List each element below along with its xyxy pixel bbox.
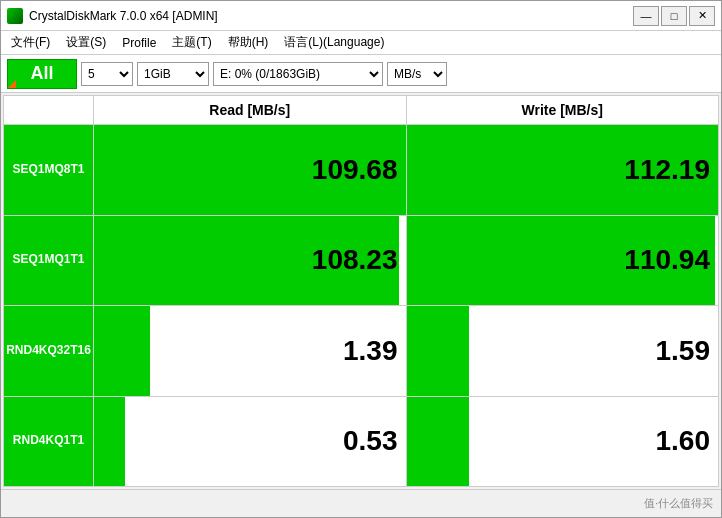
table-header: Read [MB/s] Write [MB/s] [4,96,718,125]
main-window: CrystalDiskMark 7.0.0 x64 [ADMIN] — □ ✕ … [0,0,722,518]
drive-select[interactable]: E: 0% (0/1863GiB) [213,62,383,86]
read-value-rnd4k-q32t16: 1.39 [343,335,398,367]
row-label-seq1m-q8t1: SEQ1M Q8T1 [4,125,94,215]
maximize-button[interactable]: □ [661,6,687,26]
read-cell-rnd4k-q1t1: 0.53 [94,397,407,487]
read-cell-seq1m-q1t1: 108.23 [94,216,407,306]
write-value-seq1m-q1t1: 110.94 [624,244,710,276]
minimize-button[interactable]: — [633,6,659,26]
read-bar-rnd4k-q1t1 [94,397,125,487]
table-row: RND4K Q32T16 1.39 1.59 [4,306,718,397]
write-cell-rnd4k-q1t1: 1.60 [407,397,719,487]
menu-language[interactable]: 语言(L)(Language) [278,32,390,53]
table-row: SEQ1M Q8T1 109.68 112.19 [4,125,718,216]
menu-settings[interactable]: 设置(S) [60,32,112,53]
write-cell-rnd4k-q32t16: 1.59 [407,306,719,396]
table-row: SEQ1M Q1T1 108.23 110.94 [4,216,718,307]
menu-bar: 文件(F) 设置(S) Profile 主题(T) 帮助(H) 语言(L)(La… [1,31,721,55]
app-icon [7,8,23,24]
menu-file[interactable]: 文件(F) [5,32,56,53]
row-label-rnd4k-q32t16: RND4K Q32T16 [4,306,94,396]
write-value-rnd4k-q32t16: 1.59 [656,335,711,367]
menu-theme[interactable]: 主题(T) [166,32,217,53]
read-value-seq1m-q1t1: 108.23 [312,244,398,276]
header-label-col [4,96,94,124]
row-label-rnd4k-q1t1: RND4K Q1T1 [4,397,94,487]
read-value-seq1m-q8t1: 109.68 [312,154,398,186]
read-bar-rnd4k-q32t16 [94,306,150,396]
row-label-seq1m-q1t1: SEQ1M Q1T1 [4,216,94,306]
results-table: Read [MB/s] Write [MB/s] SEQ1M Q8T1 109.… [3,95,719,487]
write-bar-rnd4k-q32t16 [407,306,469,396]
write-value-rnd4k-q1t1: 1.60 [656,425,711,457]
close-button[interactable]: ✕ [689,6,715,26]
write-bar-rnd4k-q1t1 [407,397,469,487]
write-cell-seq1m-q8t1: 112.19 [407,125,719,215]
toolbar: All 5 1GiB E: 0% (0/1863GiB) MB/s [1,55,721,93]
window-title: CrystalDiskMark 7.0.0 x64 [ADMIN] [29,9,633,23]
table-row: RND4K Q1T1 0.53 1.60 [4,397,718,487]
header-read: Read [MB/s] [94,96,407,124]
read-cell-seq1m-q8t1: 109.68 [94,125,407,215]
title-bar: CrystalDiskMark 7.0.0 x64 [ADMIN] — □ ✕ [1,1,721,31]
write-value-seq1m-q8t1: 112.19 [624,154,710,186]
read-value-rnd4k-q1t1: 0.53 [343,425,398,457]
size-select[interactable]: 1GiB [137,62,209,86]
count-select[interactable]: 5 [81,62,133,86]
write-cell-seq1m-q1t1: 110.94 [407,216,719,306]
menu-profile[interactable]: Profile [116,34,162,52]
watermark-text: 值·什么值得买 [644,496,713,511]
status-bar: 值·什么值得买 [1,489,721,517]
menu-help[interactable]: 帮助(H) [222,32,275,53]
header-write: Write [MB/s] [407,96,719,124]
window-controls: — □ ✕ [633,6,715,26]
unit-select[interactable]: MB/s [387,62,447,86]
read-cell-rnd4k-q32t16: 1.39 [94,306,407,396]
all-button[interactable]: All [7,59,77,89]
